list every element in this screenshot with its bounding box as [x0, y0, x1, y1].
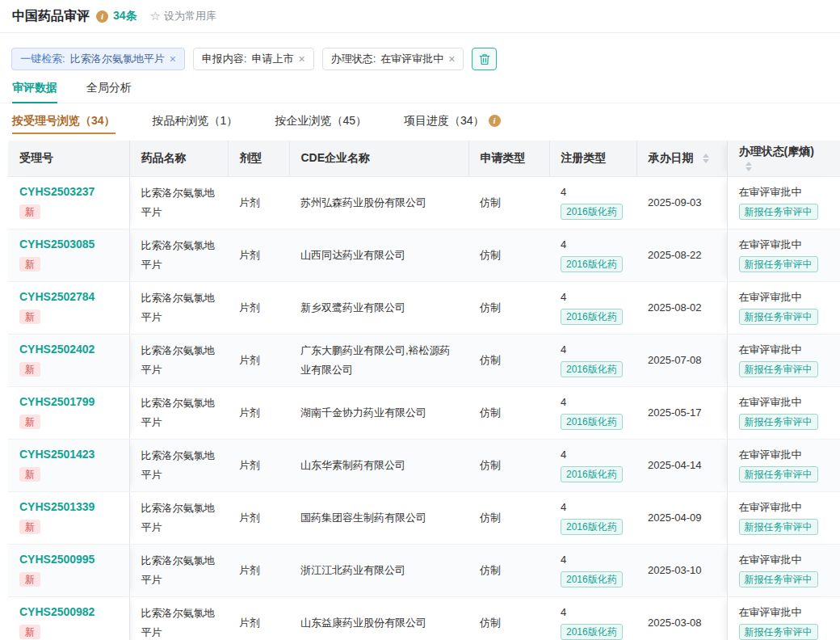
page-header: 中国药品审评 i 34条 ☆ 设为常用库	[0, 0, 840, 33]
registration-type: 4	[561, 552, 625, 568]
application-type: 仿制	[480, 301, 501, 314]
browse-nav: 按受理号浏览（34） 按品种浏览（1） 按企业浏览（45） 项目进度（34） i	[0, 103, 840, 141]
registration-type: 4	[561, 342, 625, 358]
status-text: 在审评审批中	[739, 342, 830, 358]
set-favorite-button[interactable]: ☆ 设为常用库	[150, 9, 216, 23]
col-header-status[interactable]: 办理状态(摩熵)	[727, 141, 840, 176]
acceptance-number-link[interactable]: CYHS2500995	[19, 552, 118, 566]
status-text: 在审评审批中	[739, 289, 830, 305]
drug-name: 比索洛尔氨氯地平片	[141, 292, 215, 323]
close-icon[interactable]: ×	[448, 53, 455, 65]
status-text: 在审评审批中	[739, 604, 830, 621]
chip-value: 在审评审批中	[380, 52, 443, 66]
dosage-form: 片剂	[239, 512, 260, 524]
acceptance-date: 2025-08-22	[648, 249, 702, 261]
table-row[interactable]: CYHS2502784 新 比索洛尔氨氯地平片 片剂 新乡双鹭药业有限公司 仿制…	[8, 281, 840, 334]
registration-type: 4	[561, 499, 625, 516]
acceptance-number-link[interactable]: CYHS2501339	[19, 499, 118, 514]
tab-global-analysis[interactable]: 全局分析	[86, 80, 132, 103]
chip-label: 一键检索:	[20, 52, 65, 66]
status-badge: 新报任务审评中	[739, 466, 818, 482]
sort-icon[interactable]	[703, 154, 709, 163]
registration-badge: 2016版化药	[561, 309, 623, 325]
registration-badge: 2016版化药	[561, 361, 623, 377]
registration-badge: 2016版化药	[561, 256, 623, 272]
company-name: 国药集团容生制药有限公司	[300, 512, 426, 524]
acceptance-date: 2025-09-03	[648, 196, 702, 208]
dosage-form: 片剂	[239, 459, 260, 471]
new-badge: 新	[19, 415, 40, 429]
acceptance-number-link[interactable]: CYHS2502784	[19, 289, 118, 304]
chip-label: 办理状态:	[331, 52, 376, 66]
dosage-form: 片剂	[239, 354, 260, 366]
new-badge: 新	[19, 520, 40, 534]
col-header-label: 药品名称	[141, 151, 187, 164]
col-header-date[interactable]: 承办日期	[636, 141, 727, 176]
subnav-by-company[interactable]: 按企业浏览（45）	[275, 113, 367, 133]
col-header-label: CDE企业名称	[301, 151, 371, 164]
new-badge: 新	[19, 625, 40, 639]
close-icon[interactable]: ×	[170, 53, 176, 65]
status-badge: 新报任务审评中	[739, 256, 818, 272]
new-badge: 新	[19, 204, 40, 219]
filter-chip-search[interactable]: 一键检索: 比索洛尔氨氯地平片 ×	[11, 48, 185, 70]
registration-badge: 2016版化药	[561, 624, 623, 640]
col-header-registration-type: 注册类型	[549, 141, 636, 176]
table-row[interactable]: CYHS2502402 新 比索洛尔氨氯地平片 片剂 广东大鹏药业有限公司,裕松…	[8, 334, 840, 386]
table-row[interactable]: CYHS2501339 新 比索洛尔氨氯地平片 片剂 国药集团容生制药有限公司 …	[8, 491, 840, 544]
application-type: 仿制	[480, 249, 501, 261]
drug-name: 比索洛尔氨氯地平片	[141, 239, 215, 271]
new-badge: 新	[19, 309, 40, 324]
drug-name: 比索洛尔氨氯地平片	[141, 397, 215, 428]
table-row[interactable]: CYHS2503237 新 比索洛尔氨氯地平片 片剂 苏州弘森药业股份有限公司 …	[8, 176, 840, 229]
col-header-label: 剂型	[240, 151, 262, 164]
registration-badge: 2016版化药	[561, 204, 623, 220]
tab-review-data[interactable]: 审评数据	[12, 80, 57, 103]
info-icon[interactable]: i	[489, 115, 501, 127]
status-badge: 新报任务审评中	[739, 309, 818, 325]
subnav-by-acceptance-number[interactable]: 按受理号浏览（34）	[12, 113, 116, 134]
acceptance-number-link[interactable]: CYHS2503237	[19, 184, 118, 199]
subnav-by-variety[interactable]: 按品种浏览（1）	[153, 113, 238, 133]
acceptance-number-link[interactable]: CYHS2500982	[19, 604, 118, 619]
col-header-label: 申请类型	[481, 151, 526, 164]
close-icon[interactable]: ×	[298, 53, 304, 65]
acceptance-number-link[interactable]: CYHS2502402	[19, 342, 118, 356]
drug-name: 比索洛尔氨氯地平片	[141, 187, 215, 218]
registration-type: 4	[561, 184, 625, 200]
acceptance-date: 2025-05-17	[648, 406, 702, 419]
clear-filters-button[interactable]	[472, 48, 497, 70]
status-text: 在审评审批中	[739, 184, 830, 200]
table-row[interactable]: CYHS2500982 新 比索洛尔氨氯地平片 片剂 山东益康药业股份有限公司 …	[8, 596, 840, 640]
table-row[interactable]: CYHS2503085 新 比索洛尔氨氯地平片 片剂 山西同达药业有限公司 仿制…	[8, 229, 840, 281]
acceptance-date: 2025-08-02	[648, 301, 702, 314]
acceptance-date: 2025-03-10	[648, 564, 702, 576]
table-row[interactable]: CYHS2500995 新 比索洛尔氨氯地平片 片剂 浙江江北药业有限公司 仿制…	[8, 544, 840, 596]
registration-badge: 2016版化药	[561, 571, 623, 587]
col-header-dosage-form: 剂型	[228, 141, 289, 176]
acceptance-number-link[interactable]: CYHS2503085	[19, 237, 118, 251]
new-badge: 新	[19, 257, 40, 272]
sort-icon[interactable]	[746, 162, 752, 171]
application-type: 仿制	[480, 196, 501, 208]
table-body: CYHS2503237 新 比索洛尔氨氯地平片 片剂 苏州弘森药业股份有限公司 …	[8, 176, 840, 640]
table-row[interactable]: CYHS2501799 新 比索洛尔氨氯地平片 片剂 湖南千金协力药业有限公司 …	[8, 386, 840, 439]
registration-type: 4	[561, 237, 625, 253]
application-type: 仿制	[480, 406, 501, 419]
filter-chip-declaration[interactable]: 申报内容: 申请上市 ×	[193, 48, 314, 70]
favorite-label: 设为常用库	[164, 9, 216, 23]
drug-name: 比索洛尔氨氯地平片	[141, 554, 215, 586]
status-text: 在审评审批中	[739, 499, 830, 516]
result-count: 34条	[113, 9, 137, 23]
info-icon[interactable]: i	[96, 11, 108, 23]
table-row[interactable]: CYHS2501423 新 比索洛尔氨氯地平片 片剂 山东华素制药有限公司 仿制…	[8, 439, 840, 491]
filter-chip-status[interactable]: 办理状态: 在审评审批中 ×	[322, 48, 464, 70]
chip-value: 比索洛尔氨氯地平片	[70, 52, 165, 66]
acceptance-date: 2025-04-14	[648, 459, 702, 471]
acceptance-number-link[interactable]: CYHS2501799	[19, 394, 118, 409]
acceptance-number-link[interactable]: CYHS2501423	[19, 447, 118, 461]
subnav-project-progress[interactable]: 项目进度（34） i	[404, 113, 501, 133]
page-title: 中国药品审评	[12, 8, 90, 25]
application-type: 仿制	[480, 354, 501, 366]
registration-type: 4	[561, 604, 625, 621]
